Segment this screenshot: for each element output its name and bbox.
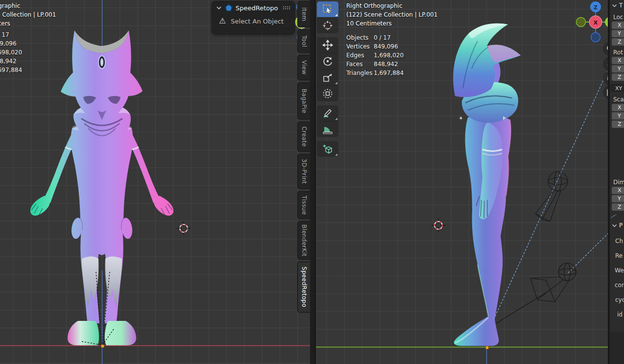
scale-label: 10 Centimeters [0,19,56,28]
chevron-down-icon [216,6,222,10]
collection-label: (122) Scene Collection | LP.001 [0,10,56,19]
location-label: Loc [613,14,623,21]
view-label: Right Orthographic [346,1,437,10]
rotation-x-field[interactable]: X [612,57,624,64]
sidebar-tabstrip: Item Tool View BagaPie Create 3D-Print T… [297,0,314,364]
wireframe-empties[interactable] [530,171,576,302]
speedretopo-panel: SpeedRetopo ⚠ Select An Object [212,1,295,34]
transform-panel-header[interactable]: T [612,2,623,9]
tab-blenderkit[interactable]: BlenderKit [297,221,310,260]
dashed-line-fragment [611,214,617,218]
scale-label: Sca [613,96,624,103]
tab-item[interactable]: Item [297,1,310,27]
panel-item[interactable]: id [617,311,623,318]
dimensions-label: Dim [613,179,624,186]
rotation-mode-dropdown[interactable]: XY [611,84,624,92]
panel-item[interactable]: We [615,267,624,274]
character-mesh-side[interactable] [453,24,521,346]
tab-tool[interactable]: Tool [297,29,310,53]
add-cube-tool[interactable] [317,141,338,157]
panel-item[interactable]: Re [615,252,623,259]
sidebar-transform-panel: T Loc X Y Z Rot X Y Z XY Sca X Y Z Dim X… [610,0,624,364]
viewport-header-text: Front Orthographic (122) Scene Collectio… [0,1,56,28]
rotation-label: Rot [613,49,623,56]
object-origin[interactable] [101,344,104,348]
sidebar-region-edge[interactable] [310,0,314,364]
svg-text:Z: Z [594,4,598,11]
constraint-lines [82,272,114,345]
tool-shelf [317,1,338,161]
transform-tool[interactable] [317,86,338,101]
location-z-field[interactable]: Z [612,38,624,46]
scale-z-field[interactable]: Z [612,121,624,128]
panel-body: ⚠ Select An Object [212,14,294,28]
scale-tool[interactable] [317,70,338,86]
relationship-lines [494,66,608,323]
3d-cursor [177,221,191,235]
speedretopo-panel-header[interactable]: SpeedRetopo [212,1,294,14]
tab-3d-print[interactable]: 3D-Print [297,154,310,189]
object-origin[interactable] [485,346,489,349]
dimensions-y-field[interactable]: Y [612,195,624,202]
rotation-y-field[interactable]: Y [612,65,624,73]
cursor-tool[interactable] [317,18,338,33]
drag-grip-icon[interactable] [283,6,290,10]
dimensions-z-field[interactable]: Z [612,203,624,211]
warning-text: Select An Object [231,18,284,25]
stats-overlay: Objects0 / 17 Vertices849,096 Edges1,698… [0,30,22,74]
tab-speedretopo[interactable]: SpeedRetopo [297,262,310,313]
tab-view[interactable]: View [297,55,310,80]
svg-text:X: X [594,20,598,26]
3d-cursor [432,218,445,232]
axis-gizmo[interactable]: Z Y X [576,1,608,42]
mesh-data-icon [225,4,233,12]
second-panel-header[interactable]: P [612,222,623,229]
annotate-tool[interactable] [317,105,338,121]
stats-overlay: Objects0 / 17 Vertices849,096 Edges1,698… [346,33,404,77]
viewport-right-ortho[interactable]: Right Orthographic (122) Scene Collectio… [316,0,608,364]
tab-create[interactable]: Create [297,121,310,152]
view-label: Front Orthographic [0,1,56,10]
panel-item[interactable]: Ch [615,238,623,244]
collection-label: (122) Scene Collection | LP.001 [346,10,437,19]
chevron-down-icon [612,224,617,227]
scale-y-field[interactable]: Y [612,112,624,120]
chevron-down-icon [612,4,617,7]
dimensions-x-field[interactable]: X [612,187,624,194]
select-box-tool[interactable] [317,1,338,18]
panel-item[interactable]: con [615,282,624,289]
warning-icon: ⚠ [219,17,226,25]
scale-x-field[interactable]: X [612,104,624,111]
rotation-z-field[interactable]: Z [612,73,624,81]
nav-controls: Z Y X [564,0,608,103]
panel-item[interactable]: cyc [615,296,624,303]
scale-label: 10 Centimeters [346,19,437,28]
tab-tissue[interactable]: Tissue [297,191,310,219]
viewport-front[interactable]: Front Orthographic (122) Scene Collectio… [0,0,314,364]
panel-footer-area [610,332,624,364]
panel-title: SpeedRetopo [236,4,280,12]
location-y-field[interactable]: Y [612,30,624,37]
move-tool[interactable] [317,37,338,53]
front-view-canvas [0,0,314,364]
location-x-field[interactable]: X [612,22,624,29]
character-mesh[interactable] [30,30,173,345]
measure-tool[interactable] [317,121,338,137]
viewport-header-text: Right Orthographic (122) Scene Collectio… [346,1,437,28]
rotate-tool[interactable] [317,53,338,70]
tab-bagapie[interactable]: BagaPie [297,82,310,120]
